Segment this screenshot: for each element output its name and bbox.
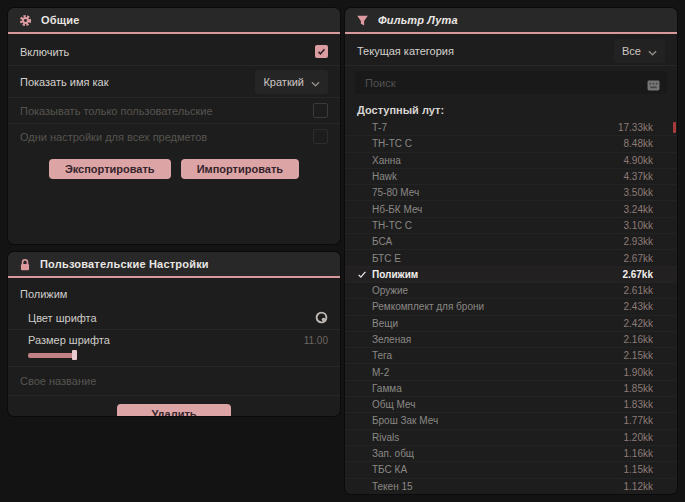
loot-row[interactable]: Rivals 1.20kk — [345, 430, 677, 446]
loot-row[interactable]: ТН-ТС С 3.10kk — [345, 218, 677, 234]
funnel-icon — [356, 14, 369, 27]
loot-item-name: Т-7 — [372, 122, 618, 133]
loot-item-value: 1.12kk — [624, 481, 653, 492]
loot-row[interactable]: Нб-БК Меч 3.24kk — [345, 201, 677, 217]
loot-item-value: 1.77kk — [624, 415, 653, 426]
loot-row[interactable]: Общ Меч 1.83kk — [345, 397, 677, 413]
export-button[interactable]: Экспортировать — [49, 159, 171, 179]
loot-item-name: 75-80 Меч — [372, 187, 624, 198]
loot-item-value: 2.42kk — [624, 318, 653, 329]
import-button[interactable]: Импортировать — [181, 159, 299, 179]
font-color-label: Цвет шрифта — [28, 312, 97, 324]
category-dropdown[interactable]: Все — [614, 39, 665, 63]
loot-row[interactable]: БСА 2.93kk — [345, 234, 677, 250]
loot-item-value: 1.90kk — [624, 367, 653, 378]
only-custom-checkbox[interactable] — [313, 103, 328, 118]
show-name-dropdown[interactable]: Краткий — [255, 70, 328, 94]
only-custom-label: Показывать только пользовательские — [20, 105, 213, 117]
available-loot-label: Доступный лут: — [345, 98, 677, 120]
loot-row[interactable]: Полижим 2.67kk — [345, 267, 677, 283]
font-size-row: Размер шрифта 11.00 — [8, 330, 340, 367]
export-import-row: Экспортировать Импортировать — [8, 159, 340, 179]
loot-item-name: Полижим — [372, 269, 622, 280]
loot-row[interactable]: Вещи 2.42kk — [345, 316, 677, 332]
same-settings-label: Одни настройки для всех предметов — [20, 131, 207, 143]
loot-item-name: Оружие — [372, 285, 624, 296]
panel-loot-filter: Фильтр Лута Текущая категория Все Доступ… — [345, 8, 677, 494]
gear-icon — [19, 14, 32, 27]
search-input[interactable] — [355, 77, 667, 89]
loot-row[interactable]: Ханна 4.90kk — [345, 153, 677, 169]
loot-row[interactable]: М-2 1.90kk — [345, 364, 677, 380]
font-size-slider[interactable] — [28, 350, 84, 360]
loot-item-value: 17.33kk — [618, 122, 653, 133]
panel-custom-settings-title: Пользовательские Настройки — [40, 258, 209, 270]
loot-item-value: 1.15kk — [624, 464, 653, 475]
category-value: Все — [622, 45, 641, 57]
loot-item-name: Rivals — [372, 432, 624, 443]
loot-item-value: 1.16kk — [624, 448, 653, 459]
category-row: Текущая категория Все — [345, 37, 677, 66]
loot-row[interactable]: Ремкомплект для брони 2.43kk — [345, 299, 677, 315]
loot-row[interactable]: Оружие 2.61kk — [345, 283, 677, 299]
chevron-down-icon — [311, 73, 320, 91]
show-name-label: Показать имя как — [20, 76, 109, 88]
palette-icon[interactable] — [315, 311, 328, 324]
loot-row[interactable]: Текен 15 1.12kk — [345, 479, 677, 494]
loot-item-value: 2.43kk — [624, 301, 653, 312]
loot-item-value: 2.61kk — [624, 285, 653, 296]
loot-item-name: Ремкомплект для брони — [372, 301, 624, 312]
category-label: Текущая категория — [357, 45, 454, 57]
loot-item-name: Зап. общ — [372, 448, 624, 459]
slider-handle[interactable] — [72, 350, 77, 360]
loot-item-name: Зеленая — [372, 334, 624, 345]
show-name-row: Показать имя как Краткий — [8, 66, 340, 98]
loot-item-name: ТН-ТС С — [372, 220, 624, 231]
show-name-value: Краткий — [263, 76, 304, 88]
panel-custom-settings-header: Пользовательские Настройки — [8, 252, 340, 278]
loot-item-name: Текен 15 — [372, 481, 624, 492]
loot-row[interactable]: Тега 2.15kk — [345, 348, 677, 364]
loot-row[interactable]: Hawk 4.37kk — [345, 169, 677, 185]
same-settings-checkbox[interactable] — [313, 129, 328, 144]
slider-fill — [28, 353, 74, 358]
loot-row[interactable]: Брош Зак Меч 1.77kk — [345, 413, 677, 429]
loot-item-value: 2.67kk — [622, 269, 653, 280]
app-window: Общие Включить Показать имя как Краткий … — [0, 0, 685, 502]
loot-item-value: 4.37kk — [624, 171, 653, 182]
loot-item-value: 3.10kk — [624, 220, 653, 231]
loot-item-value: 2.16kk — [624, 334, 653, 345]
delete-button[interactable]: Удалить — [117, 404, 230, 416]
delete-row: Удалить — [8, 404, 340, 416]
keyboard-icon[interactable] — [647, 77, 660, 95]
loot-row[interactable]: Зап. общ 1.16kk — [345, 446, 677, 462]
panel-custom-settings: Пользовательские Настройки Полижим Цвет … — [8, 252, 340, 416]
loot-row[interactable]: Гамма 1.85kk — [345, 381, 677, 397]
loot-item-value: 3.24kk — [624, 204, 653, 215]
loot-item-name: Гамма — [372, 383, 624, 394]
loot-item-value: 2.67kk — [624, 253, 653, 264]
font-size-label: Размер шрифта — [28, 334, 110, 346]
custom-name-input[interactable] — [8, 367, 340, 395]
only-custom-row: Показывать только пользовательские — [8, 98, 340, 124]
loot-item-value: 8.48kk — [624, 138, 653, 149]
same-settings-row: Одни настройки для всех предметов — [8, 124, 340, 149]
loot-row[interactable]: ТБС КА 1.15kk — [345, 462, 677, 478]
chevron-down-icon — [648, 42, 657, 60]
list-scrollbar-thumb[interactable] — [673, 122, 676, 133]
loot-item-value: 2.93kk — [624, 236, 653, 247]
enable-checkbox[interactable] — [315, 45, 328, 58]
loot-item-name: Нб-БК Меч — [372, 204, 624, 215]
loot-item-name: Брош Зак Меч — [372, 415, 624, 426]
search-row — [355, 71, 667, 94]
loot-row[interactable]: Т-7 17.33kk — [345, 120, 677, 136]
loot-row[interactable]: 75-80 Меч 3.50kk — [345, 185, 677, 201]
lock-icon — [19, 258, 31, 271]
loot-row[interactable]: ТН-ТС С 8.48kk — [345, 136, 677, 152]
loot-item-name: Общ Меч — [372, 399, 624, 410]
custom-name-row — [8, 367, 340, 396]
loot-item-value: 2.15kk — [624, 350, 653, 361]
loot-row[interactable]: БТС Е 2.67kk — [345, 250, 677, 266]
loot-row[interactable]: Зеленая 2.16kk — [345, 332, 677, 348]
loot-item-value: 1.20kk — [624, 432, 653, 443]
